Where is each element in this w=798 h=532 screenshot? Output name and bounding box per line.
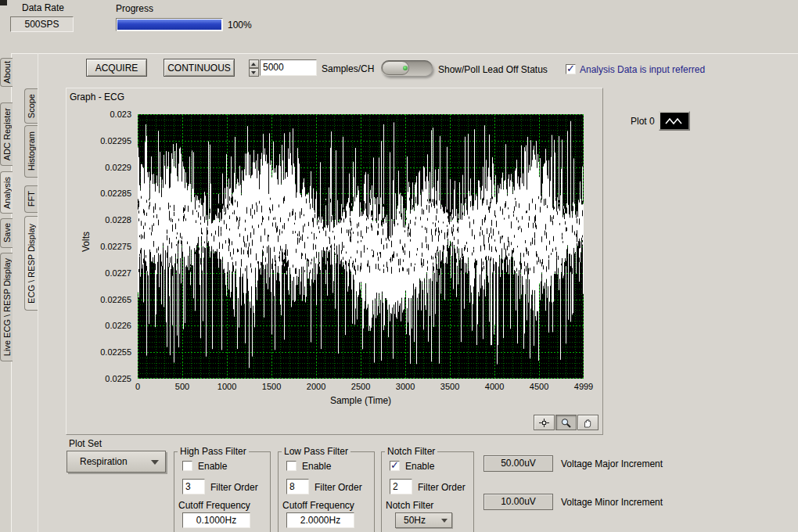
crosshair-icon [538, 418, 550, 428]
tab-ecg-resp-display[interactable]: ECG \ RESP Display [24, 216, 38, 311]
tab-adc-register-label: ADC Register [2, 108, 12, 160]
leadoff-label: Show/Poll Lead Off Status [438, 64, 548, 75]
tab-adc-register[interactable]: ADC Register [0, 102, 13, 166]
tab-about-label: About [2, 61, 12, 84]
window-edge-artifact [0, 0, 7, 5]
x-tick-label: 4000 [485, 382, 504, 391]
leadoff-toggle[interactable] [381, 60, 433, 76]
y-tick-label: 0.0228 [105, 215, 131, 225]
high-pass-filter-group-label: High Pass Filter [178, 446, 249, 457]
tab-histogram-label: Histogram [27, 131, 36, 171]
notch-filter-group: Notch Filter ✓ Enable 2 Filter Order Not… [381, 451, 474, 532]
analysis-referred-label: Analysis Data is input referred [580, 64, 705, 75]
high-pass-cutoff-label: Cutoff Frequency [178, 500, 250, 511]
x-tick-label: 4500 [530, 382, 548, 391]
notch-order-input[interactable]: 2 [390, 479, 412, 494]
y-tick-label: 0.02285 [100, 189, 131, 198]
cursor-tool-button[interactable] [534, 415, 555, 430]
y-tick-label: 0.02255 [100, 347, 131, 357]
acquire-button[interactable]: ACQUIRE [86, 59, 147, 77]
low-pass-filter-group-label: Low Pass Filter [282, 446, 350, 457]
hand-icon [582, 418, 594, 428]
plot-set-label: Plot Set [69, 438, 102, 449]
samples-spinner [249, 59, 259, 77]
x-tick-label: 0 [135, 382, 140, 391]
low-pass-cutoff-input[interactable]: 2.0000Hz [286, 512, 354, 528]
tab-histogram[interactable]: Histogram [24, 125, 38, 178]
app-window: Data Rate 500SPS Progress 100% About ADC… [0, 0, 798, 532]
x-tick-label: 1000 [217, 382, 236, 391]
graph-tool-palette [534, 415, 598, 430]
spinner-up-button[interactable] [249, 59, 259, 68]
tab-analysis[interactable]: Analysis [0, 171, 13, 214]
ecg-plot-canvas[interactable] [138, 114, 584, 379]
dropdown-arrow-icon [441, 519, 448, 523]
y-tick-label: 0.0226 [105, 321, 131, 330]
data-rate-label: Data Rate [22, 2, 64, 13]
tab-save[interactable]: Save [0, 218, 13, 248]
y-tick-label: 0.0225 [105, 374, 131, 383]
x-tick-label: 500 [175, 382, 189, 391]
voltage-minor-increment-label: Voltage Minor Increment [561, 497, 663, 508]
high-pass-enable-label: Enable [198, 461, 227, 472]
tab-about[interactable]: About [0, 58, 13, 87]
zoom-tool-button[interactable] [555, 415, 577, 430]
high-pass-cutoff-input[interactable]: 0.1000Hz [182, 512, 250, 528]
progress-bar [116, 18, 223, 31]
inner-page-edge [38, 53, 38, 532]
dropdown-arrow-icon [151, 460, 159, 465]
y-axis-title-text: Volts [81, 232, 92, 252]
tab-live-ecg-resp-display[interactable]: Live ECG \ RESP Display [0, 253, 13, 361]
pan-tool-button[interactable] [577, 415, 598, 430]
check-icon: ✓ [566, 63, 575, 74]
y-tick-label: 0.023 [110, 110, 131, 119]
progress-percent: 100% [228, 20, 252, 31]
graph-title: Graph - ECG [70, 92, 124, 102]
tab-fft-label: FFT [27, 191, 36, 207]
tab-scope-label: Scope [27, 94, 36, 118]
high-pass-order-label: Filter Order [210, 482, 258, 493]
y-axis-title: Volts [81, 232, 92, 254]
samples-input[interactable]: 5000 [260, 59, 317, 76]
plot-area[interactable] [138, 114, 584, 379]
toggle-led-icon [403, 66, 408, 70]
y-tick-label: 0.02265 [100, 295, 131, 304]
y-tick-label: 0.02275 [100, 242, 131, 251]
x-tick-label: 2500 [351, 382, 370, 391]
y-tick-label: 0.0229 [105, 163, 131, 172]
y-tick-label: 0.02295 [100, 136, 131, 146]
analysis-referred-checkbox[interactable]: ✓ [566, 64, 576, 74]
tab-scope[interactable]: Scope [24, 88, 38, 124]
high-pass-order-input[interactable]: 3 [182, 479, 205, 494]
high-pass-enable-checkbox[interactable]: ✓ [182, 461, 192, 471]
legend-label: Plot 0 [631, 116, 655, 127]
tab-fft[interactable]: FFT [24, 185, 38, 213]
low-pass-filter-group: Low Pass Filter ✓ Enable 8 Filter Order … [278, 451, 375, 532]
tab-live-ecg-resp-display-label: Live ECG \ RESP Display [2, 258, 12, 356]
x-tick-label: 1500 [262, 382, 281, 391]
x-tick-label: 2000 [307, 382, 325, 391]
waveform-zigzag-icon [665, 117, 684, 126]
legend-plot-style-button[interactable] [659, 111, 690, 131]
high-pass-filter-group: High Pass Filter ✓ Enable 3 Filter Order… [174, 451, 271, 532]
plot-set-dropdown[interactable]: Respiration [66, 451, 166, 473]
voltage-major-increment-label: Voltage Major Increment [561, 458, 663, 469]
x-tick-label: 3500 [440, 382, 459, 391]
progress-fill [117, 20, 221, 30]
data-rate-value: 500SPS [10, 16, 74, 32]
low-pass-enable-checkbox[interactable]: ✓ [286, 461, 297, 471]
spinner-down-button[interactable] [249, 68, 259, 77]
magnifier-icon [560, 418, 572, 428]
x-axis-title: Sample (Time) [310, 395, 412, 406]
notch-enable-checkbox[interactable]: ✓ [390, 461, 400, 471]
samples-label: Samples/CH [322, 63, 374, 74]
notch-order-label: Filter Order [418, 482, 466, 493]
low-pass-order-label: Filter Order [315, 482, 362, 493]
progress-label: Progress [116, 3, 153, 14]
continuous-button[interactable]: CONTINUOUS [164, 59, 235, 77]
down-arrow-icon [251, 71, 256, 74]
voltage-major-increment-value: 50.00uV [483, 455, 553, 472]
x-tick-label: 4999 [574, 382, 593, 391]
low-pass-order-input[interactable]: 8 [286, 479, 309, 494]
notch-freq-dropdown[interactable]: 50Hz [395, 512, 452, 528]
